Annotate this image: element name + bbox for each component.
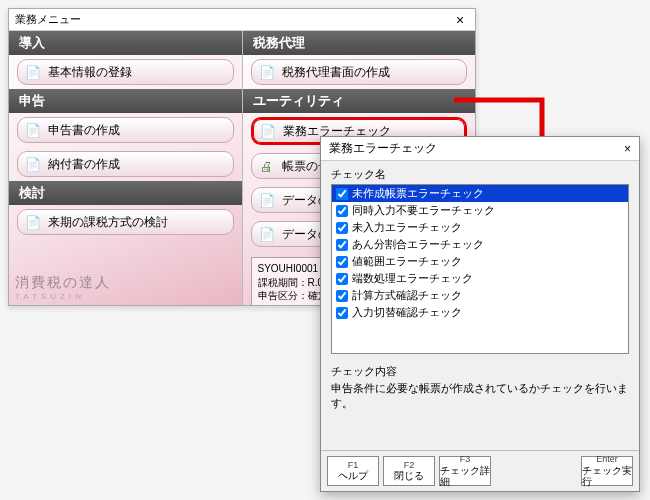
check-box[interactable] xyxy=(336,188,348,200)
main-title: 業務メニュー xyxy=(15,12,81,27)
checklist-label: チェック名 xyxy=(331,167,629,182)
close-icon[interactable]: × xyxy=(624,142,631,156)
check-box[interactable] xyxy=(336,222,348,234)
check-row[interactable]: 端数処理エラーチェック xyxy=(332,270,628,287)
dialog-titlebar: 業務エラーチェック × xyxy=(321,137,639,161)
check-label: 値範囲エラーチェック xyxy=(352,254,462,269)
check-label: 同時入力不要エラーチェック xyxy=(352,203,495,218)
document-icon: 📄 xyxy=(258,191,276,209)
menu-item-label: 申告書の作成 xyxy=(48,122,120,139)
brand-logo: 消費税の達人 TATSUZIN xyxy=(15,274,111,301)
document-icon: 📄 xyxy=(24,213,42,231)
check-box[interactable] xyxy=(336,239,348,251)
check-box[interactable] xyxy=(336,290,348,302)
check-row[interactable]: 入力切替確認チェック xyxy=(332,304,628,321)
check-list[interactable]: 未作成帳票エラーチェック同時入力不要エラーチェック未入力エラーチェックあん分割合… xyxy=(331,184,629,354)
printer-icon: 🖨 xyxy=(258,157,276,175)
description-text: 申告条件に必要な帳票が作成されているかチェックを行います。 xyxy=(331,379,629,419)
close-icon[interactable]: × xyxy=(451,11,469,29)
menu-item-basic-info[interactable]: 📄 基本情報の登録 xyxy=(17,59,234,85)
document-icon: 📄 xyxy=(259,122,277,140)
check-row[interactable]: あん分割合エラーチェック xyxy=(332,236,628,253)
check-box[interactable] xyxy=(336,273,348,285)
description-label: チェック内容 xyxy=(331,364,629,379)
check-run-button[interactable]: Enter チェック実行 xyxy=(581,456,633,486)
error-check-dialog: 業務エラーチェック × チェック名 未作成帳票エラーチェック同時入力不要エラーチ… xyxy=(320,136,640,492)
document-icon: 📄 xyxy=(24,155,42,173)
section-header: 検討 xyxy=(9,181,242,205)
check-row[interactable]: 同時入力不要エラーチェック xyxy=(332,202,628,219)
check-label: 未入力エラーチェック xyxy=(352,220,462,235)
check-detail-button[interactable]: F3 チェック詳細 xyxy=(439,456,491,486)
check-row[interactable]: 値範囲エラーチェック xyxy=(332,253,628,270)
document-icon: 📄 xyxy=(24,121,42,139)
menu-item-label: 納付書の作成 xyxy=(48,156,120,173)
document-icon: 📄 xyxy=(258,225,276,243)
check-box[interactable] xyxy=(336,256,348,268)
document-icon: 📄 xyxy=(258,63,276,81)
close-button[interactable]: F2 閉じる xyxy=(383,456,435,486)
menu-item-label: 来期の課税方式の検討 xyxy=(48,214,168,231)
menu-item-noufu[interactable]: 📄 納付書の作成 xyxy=(17,151,234,177)
dialog-button-bar: F1 ヘルプ F2 閉じる F3 チェック詳細 Enter チェック実行 xyxy=(321,450,639,491)
check-row[interactable]: 計算方式確認チェック xyxy=(332,287,628,304)
check-box[interactable] xyxy=(336,205,348,217)
section-header: ユーティリティ xyxy=(243,89,476,113)
check-label: 計算方式確認チェック xyxy=(352,288,462,303)
check-label: 入力切替確認チェック xyxy=(352,305,462,320)
check-label: あん分割合エラーチェック xyxy=(352,237,484,252)
document-icon: 📄 xyxy=(24,63,42,81)
section-header: 税務代理 xyxy=(243,31,476,55)
menu-item-label: 税務代理書面の作成 xyxy=(282,64,390,81)
menu-item-kentou[interactable]: 📄 来期の課税方式の検討 xyxy=(17,209,234,235)
menu-item-dairi[interactable]: 📄 税務代理書面の作成 xyxy=(251,59,468,85)
section-header: 申告 xyxy=(9,89,242,113)
dialog-title: 業務エラーチェック xyxy=(329,140,437,157)
menu-item-shinkoku[interactable]: 📄 申告書の作成 xyxy=(17,117,234,143)
check-row[interactable]: 未入力エラーチェック xyxy=(332,219,628,236)
left-column: 導入 📄 基本情報の登録 申告 📄 申告書の作成 📄 納付書の作成 検討 📄 来… xyxy=(9,31,242,305)
section-header: 導入 xyxy=(9,31,242,55)
main-titlebar: 業務メニュー × xyxy=(9,9,475,31)
check-label: 端数処理エラーチェック xyxy=(352,271,473,286)
menu-item-label: 基本情報の登録 xyxy=(48,64,132,81)
check-row[interactable]: 未作成帳票エラーチェック xyxy=(332,185,628,202)
help-button[interactable]: F1 ヘルプ xyxy=(327,456,379,486)
check-box[interactable] xyxy=(336,307,348,319)
check-label: 未作成帳票エラーチェック xyxy=(352,186,484,201)
